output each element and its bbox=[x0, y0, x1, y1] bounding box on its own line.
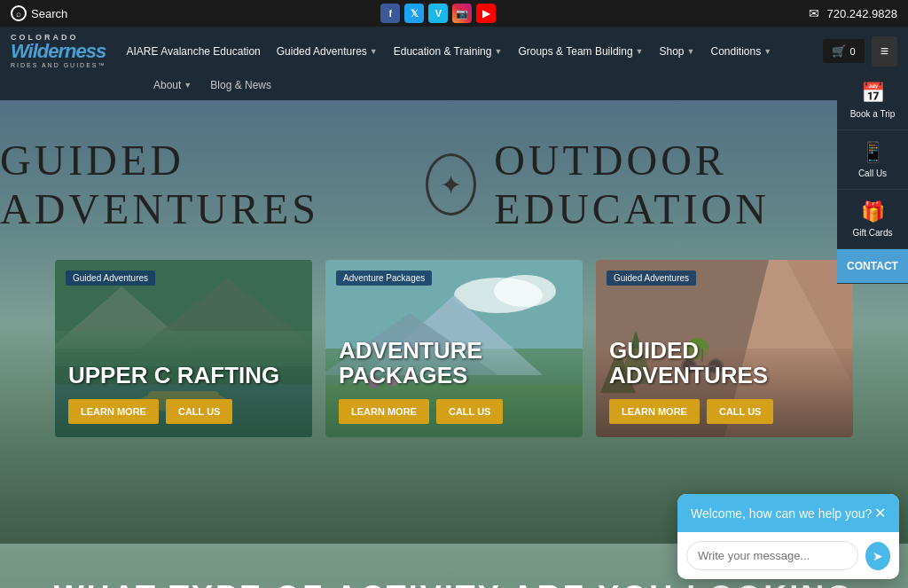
bottom-title: WHAT TYPE OF ACTIVITY ARE YOU LOOKING FO… bbox=[18, 579, 890, 588]
card-buttons-packages: LEARN MORE CALL US bbox=[339, 399, 569, 424]
contact-label: CONTACT bbox=[847, 260, 898, 272]
chevron-down-icon: ▼ bbox=[636, 47, 644, 56]
chevron-down-icon: ▼ bbox=[494, 47, 502, 56]
right-sidebar: 📅 Book a Trip 📱 Call Us 🎁 Gift Cards CON… bbox=[837, 71, 908, 284]
close-icon: ✕ bbox=[874, 506, 886, 521]
chat-header: Welcome, how can we help you? ✕ bbox=[677, 494, 899, 532]
chat-bubble: Welcome, how can we help you? ✕ ➤ bbox=[677, 494, 899, 579]
cards-section: Guided Adventures UPPER C RAFTING LEARN … bbox=[37, 260, 871, 437]
nav-item-conditions[interactable]: Conditions ▼ bbox=[703, 40, 779, 63]
search-button[interactable]: ⌕ Search bbox=[11, 5, 67, 21]
card-content-rafting: UPPER C RAFTING LEARN MORE CALL US bbox=[55, 349, 312, 437]
hero-title-left: GUIDED ADVENTURES bbox=[0, 136, 408, 233]
learn-more-packages[interactable]: LEARN MORE bbox=[339, 399, 429, 424]
hero-title: GUIDED ADVENTURES ✦ OUTDOOR EDUCATION bbox=[0, 136, 908, 233]
nav-items: AIARE Avalanche Education Guided Adventu… bbox=[120, 40, 823, 63]
top-bar: ⌕ Search f 𝕏 V 📷 ▶ ✉ 720.242.9828 bbox=[0, 0, 908, 27]
card-content-adventures: GUIDED ADVENTURES LEARN MORE CALL US bbox=[596, 325, 853, 437]
sidebar-gift-cards[interactable]: 🎁 Gift Cards bbox=[837, 190, 908, 249]
instagram-icon[interactable]: 📷 bbox=[452, 4, 472, 23]
nav-item-blog[interactable]: Blog & News bbox=[203, 75, 278, 95]
main-nav: COLORADO Wilderness RIDES AND GUIDES™ AI… bbox=[0, 27, 908, 75]
card-content-packages: ADVENTURE PACKAGES LEARN MORE CALL US bbox=[325, 325, 583, 437]
cart-button[interactable]: 🛒 0 bbox=[823, 39, 865, 63]
card-title-adventures: GUIDED ADVENTURES bbox=[609, 338, 840, 388]
logo[interactable]: COLORADO Wilderness RIDES AND GUIDES™ bbox=[11, 34, 106, 68]
learn-more-adventures[interactable]: LEARN MORE bbox=[609, 399, 700, 424]
nav-item-guided[interactable]: Guided Adventures ▼ bbox=[270, 40, 385, 63]
facebook-icon[interactable]: f bbox=[380, 4, 400, 23]
call-us-label: Call Us bbox=[858, 169, 887, 178]
logo-wilderness: Wilderness bbox=[11, 42, 106, 61]
youtube-icon[interactable]: ▶ bbox=[476, 4, 496, 23]
search-icon: ⌕ bbox=[11, 5, 27, 21]
gift-cards-label: Gift Cards bbox=[852, 228, 892, 238]
vimeo-icon[interactable]: V bbox=[428, 4, 448, 23]
chat-close-button[interactable]: ✕ bbox=[874, 505, 886, 521]
hero-section: GUIDED ADVENTURES ✦ OUTDOOR EDUCATION bbox=[0, 100, 908, 544]
call-us-adventures[interactable]: CALL US bbox=[707, 399, 773, 424]
chevron-down-icon: ▼ bbox=[763, 47, 771, 56]
card-adventures: Guided Adventures GUIDED ADVENTURES LEAR… bbox=[596, 260, 853, 437]
chevron-down-icon: ▼ bbox=[184, 81, 192, 90]
svg-point-10 bbox=[494, 275, 556, 307]
book-trip-label: Book a Trip bbox=[850, 109, 896, 119]
phone-number: 720.242.9828 bbox=[826, 7, 897, 20]
sidebar-contact[interactable]: CONTACT bbox=[837, 249, 908, 284]
phone-icon: 📱 bbox=[844, 141, 901, 164]
gift-card-icon: 🎁 bbox=[844, 200, 901, 223]
nav-right: 🛒 0 ≡ bbox=[823, 36, 897, 67]
chat-send-button[interactable]: ➤ bbox=[865, 542, 890, 570]
menu-button[interactable]: ≡ bbox=[872, 36, 897, 67]
card-category-packages: Adventure Packages bbox=[336, 270, 432, 286]
social-icons: f 𝕏 V 📷 ▶ bbox=[380, 4, 496, 23]
sidebar-book-trip[interactable]: 📅 Book a Trip bbox=[837, 71, 908, 130]
top-bar-left: ⌕ Search bbox=[11, 5, 67, 21]
call-us-packages[interactable]: CALL US bbox=[436, 399, 503, 424]
sidebar-call-us[interactable]: 📱 Call Us bbox=[837, 130, 908, 190]
card-category-adventures: Guided Adventures bbox=[607, 270, 696, 286]
sub-nav: About ▼ Blog & News bbox=[0, 75, 908, 100]
card-packages: Adventure Packages ADVENTURE PACKAGES LE… bbox=[325, 260, 583, 437]
nav-item-groups[interactable]: Groups & Team Building ▼ bbox=[511, 40, 650, 63]
twitter-icon[interactable]: 𝕏 bbox=[404, 4, 424, 23]
cart-count: 0 bbox=[850, 46, 856, 57]
logo-sub: RIDES AND GUIDES™ bbox=[11, 62, 106, 68]
card-buttons-adventures: LEARN MORE CALL US bbox=[609, 399, 840, 424]
cart-icon: 🛒 bbox=[832, 44, 846, 58]
top-bar-right: ✉ 720.242.9828 bbox=[809, 6, 897, 20]
chat-input-area: ➤ bbox=[677, 532, 899, 579]
nav-item-aiare[interactable]: AIARE Avalanche Education bbox=[120, 40, 268, 63]
chevron-down-icon: ▼ bbox=[370, 47, 378, 56]
email-icon: ✉ bbox=[809, 6, 819, 20]
call-us-rafting[interactable]: CALL US bbox=[166, 399, 232, 424]
learn-more-rafting[interactable]: LEARN MORE bbox=[68, 399, 159, 424]
hamburger-icon: ≡ bbox=[881, 43, 888, 59]
compass-icon: ✦ bbox=[426, 153, 476, 216]
send-icon: ➤ bbox=[873, 549, 883, 563]
card-buttons-rafting: LEARN MORE CALL US bbox=[68, 399, 299, 424]
card-title-packages: ADVENTURE PACKAGES bbox=[339, 338, 569, 388]
card-category-rafting: Guided Adventures bbox=[66, 270, 155, 286]
card-title-rafting: UPPER C RAFTING bbox=[68, 363, 299, 388]
nav-item-shop[interactable]: Shop ▼ bbox=[653, 40, 702, 63]
chat-input[interactable] bbox=[686, 541, 858, 570]
nav-item-education[interactable]: Education & Training ▼ bbox=[387, 40, 510, 63]
chevron-down-icon: ▼ bbox=[687, 47, 695, 56]
calendar-icon: 📅 bbox=[844, 82, 901, 105]
nav-item-about[interactable]: About ▼ bbox=[146, 75, 199, 95]
chat-header-text: Welcome, how can we help you? bbox=[691, 506, 872, 521]
card-rafting: Guided Adventures UPPER C RAFTING LEARN … bbox=[55, 260, 312, 437]
search-label: Search bbox=[31, 7, 67, 20]
